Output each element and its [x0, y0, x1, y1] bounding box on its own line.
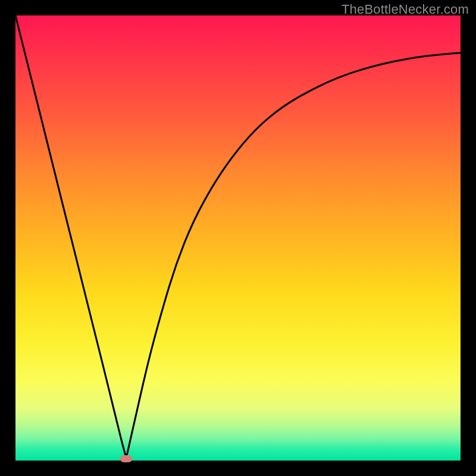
chart-frame: TheBottleNecker.com: [0, 0, 476, 476]
bottleneck-curve: [15, 15, 461, 461]
plot-area: [15, 15, 461, 461]
optimum-marker: [120, 455, 132, 462]
